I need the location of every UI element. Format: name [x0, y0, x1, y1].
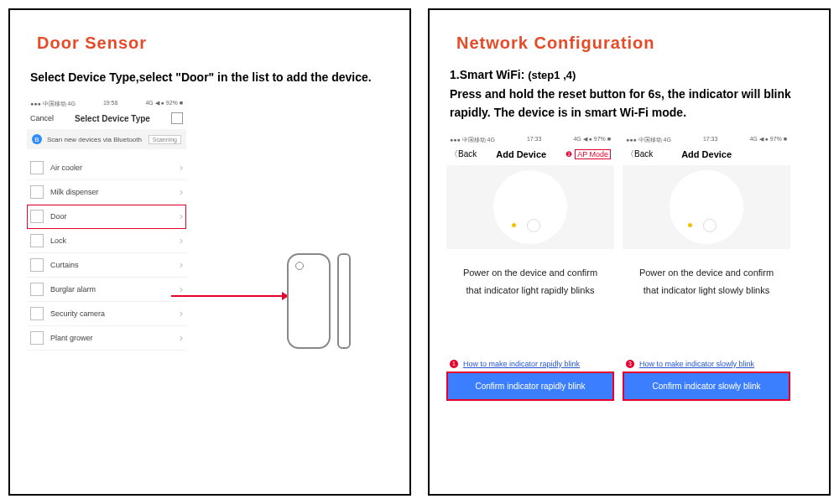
- confirm-line: that indicator light rapidly blinks: [451, 282, 609, 299]
- back-button[interactable]: 〈Back: [626, 148, 653, 160]
- device-icon: [30, 283, 44, 296]
- list-item[interactable]: Air cooler ›: [27, 156, 186, 180]
- phone-mock-add-device-slow: ●●● 中国移动 4G 17:33 4G ◀ ● 97% ■ 〈Back Add…: [623, 134, 790, 399]
- bluetooth-scan-text: Scan new devices via Bluetooth: [47, 136, 143, 144]
- step-label: 1.Smart WiFi:: [450, 68, 524, 81]
- bluetooth-scan-row: B Scan new devices via Bluetooth Scannin…: [27, 129, 186, 149]
- scanning-button[interactable]: Scanning: [149, 135, 181, 144]
- list-item[interactable]: Milk dispenser ›: [27, 180, 186, 205]
- nav-title: Select Device Type: [75, 114, 150, 123]
- chevron-right-icon: ›: [180, 186, 183, 198]
- device-icon: [30, 258, 44, 272]
- device-label: Security camera: [50, 309, 105, 318]
- help-link[interactable]: How to make indicator slowly blink: [639, 360, 754, 368]
- indicator-illustration: [623, 165, 790, 249]
- arrow-right-icon: [171, 295, 287, 297]
- status-battery: 4G ◀ ● 92% ■: [145, 100, 183, 108]
- device-icon: [30, 307, 44, 320]
- chevron-right-icon: ›: [180, 235, 183, 247]
- device-label: Burglar alarm: [50, 285, 96, 294]
- confirm-text: Power on the device and confirm that ind…: [623, 249, 790, 311]
- flex-spacer: [446, 311, 614, 358]
- panel-network-config: Network Configuration 1.Smart WiFi: (ste…: [428, 8, 831, 496]
- status-battery: 4G ◀ ● 97% ■: [573, 136, 611, 144]
- confirm-line: Power on the device and confirm: [628, 264, 785, 282]
- step-heading: 1.Smart WiFi: (step1 ,4): [450, 68, 809, 81]
- nav-title: Add Device: [496, 149, 546, 159]
- device-label: Lock: [50, 236, 66, 245]
- list-item[interactable]: Plant grower ›: [27, 326, 186, 351]
- device-label: Milk dispenser: [50, 188, 99, 196]
- device-label: Air cooler: [50, 164, 82, 172]
- device-icon: [30, 161, 44, 174]
- phone-mock-add-device-rapid: ●●● 中国移动 4G 17:33 4G ◀ ● 97% ■ 〈Back Add…: [446, 134, 614, 399]
- status-bar: ●●● 中国移动 4G 17:33 4G ◀ ● 97% ■: [446, 134, 614, 146]
- phones-row: ●●● 中国移动 4G 17:33 4G ◀ ● 97% ■ 〈Back Add…: [446, 134, 812, 399]
- chevron-right-icon: ›: [180, 162, 183, 174]
- chevron-right-icon: ›: [180, 332, 183, 344]
- nav-title: Add Device: [681, 149, 732, 159]
- back-button[interactable]: 〈Back: [450, 148, 477, 160]
- nav-bar: Cancel Select Device Type: [27, 110, 186, 129]
- confirm-slow-button[interactable]: Confirm indicator slowly blink: [624, 373, 789, 399]
- door-sensor-illustration: [287, 253, 351, 349]
- confirm-text: Power on the device and confirm that ind…: [446, 249, 614, 311]
- device-icon: [30, 234, 44, 247]
- help-row: 1 How to make indicator rapidly blink: [446, 358, 614, 370]
- list-item[interactable]: Lock ›: [27, 229, 186, 253]
- list-item[interactable]: Security camera ›: [27, 302, 186, 326]
- indicator-illustration: [446, 165, 614, 249]
- chevron-right-icon: ›: [180, 283, 183, 295]
- confirm-line: that indicator light slowly blinks: [628, 282, 785, 299]
- status-bar: ●●● 中国移动 4G 19:58 4G ◀ ● 92% ■: [27, 98, 186, 110]
- device-label: Door: [50, 212, 67, 221]
- status-carrier: ●●● 中国移动 4G: [626, 136, 671, 144]
- qr-scan-icon[interactable]: [171, 112, 183, 124]
- help-row: 3 How to make indicator slowly blink: [623, 358, 790, 370]
- list-item[interactable]: Burglar alarm ›: [27, 278, 186, 302]
- status-time: 17:33: [527, 136, 542, 144]
- status-time: 19:58: [103, 100, 118, 108]
- instruction-text: Select Device Type,select "Door" in the …: [30, 68, 389, 86]
- mode-badge-icon: ❷: [565, 150, 572, 158]
- device-disc-icon: [670, 170, 743, 244]
- device-label: Curtains: [50, 261, 79, 269]
- flex-spacer: [623, 311, 790, 358]
- status-bar: ●●● 中国移动 4G 17:33 4G ◀ ● 97% ■: [623, 134, 790, 146]
- section-title: Door Sensor: [37, 34, 393, 53]
- step-paragraph: Press and hold the reset button for 6s, …: [450, 85, 809, 122]
- device-label: Plant grower: [50, 334, 93, 342]
- help-link[interactable]: How to make indicator rapidly blink: [463, 360, 580, 368]
- device-icon: [30, 210, 44, 223]
- sensor-body-shape: [287, 253, 331, 349]
- status-carrier: ●●● 中国移动 4G: [450, 136, 495, 144]
- device-icon: [30, 185, 44, 199]
- list-item[interactable]: Curtains ›: [27, 253, 186, 278]
- confirm-rapid-button[interactable]: Confirm indicator rapidly blink: [448, 373, 612, 399]
- nav-bar: 〈Back Add Device ❷ AP Mode: [446, 146, 614, 165]
- step-dot-icon: 1: [450, 360, 458, 368]
- panel-door-sensor: Door Sensor Select Device Type,select "D…: [8, 8, 411, 496]
- status-battery: 4G ◀ ● 97% ■: [749, 136, 787, 144]
- section-title: Network Configuration: [456, 34, 812, 53]
- step-sub: (step1 ,4): [528, 69, 576, 81]
- cancel-button[interactable]: Cancel: [30, 114, 54, 122]
- step-dot-icon: 3: [626, 360, 634, 368]
- confirm-line: Power on the device and confirm: [451, 264, 609, 282]
- device-icon: [30, 331, 44, 345]
- device-disc-icon: [493, 170, 567, 244]
- status-carrier: ●●● 中国移动 4G: [30, 100, 76, 108]
- sensor-magnet-shape: [337, 253, 351, 349]
- chevron-right-icon: ›: [180, 210, 183, 222]
- ap-mode-label: AP Mode: [575, 149, 611, 159]
- bluetooth-icon: B: [32, 134, 42, 144]
- ap-mode-toggle[interactable]: ❷ AP Mode: [565, 149, 611, 159]
- phone-mock-select-device: ●●● 中国移动 4G 19:58 4G ◀ ● 92% ■ Cancel Se…: [27, 98, 186, 351]
- nav-bar: 〈Back Add Device: [623, 146, 790, 165]
- chevron-right-icon: ›: [180, 259, 183, 271]
- chevron-right-icon: ›: [180, 308, 183, 320]
- status-time: 17:33: [703, 136, 718, 144]
- list-item-door[interactable]: Door ›: [27, 205, 186, 229]
